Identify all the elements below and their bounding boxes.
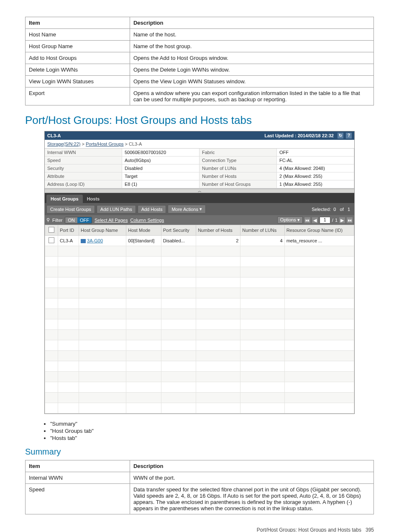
col-item: Item bbox=[26, 460, 130, 472]
info-value: OFF bbox=[277, 149, 354, 157]
page-prev-icon[interactable]: ◀ bbox=[312, 217, 318, 223]
breadcrumb-link[interactable]: Storage(S/N:22) bbox=[47, 141, 80, 146]
cell: Data transfer speed for the selected fib… bbox=[130, 484, 373, 514]
col-description: Description bbox=[130, 17, 373, 29]
col-num-luns[interactable]: Number of LUNs bbox=[240, 225, 284, 236]
tabs: Host Groups Hosts bbox=[45, 193, 354, 203]
cell: Host Name bbox=[26, 29, 130, 41]
select-all-checkbox[interactable] bbox=[49, 227, 54, 233]
table-row bbox=[45, 278, 354, 288]
host-groups-table: Port ID Host Group Name Host Mode Port S… bbox=[45, 225, 354, 414]
col-host-mode[interactable]: Host Mode bbox=[126, 225, 161, 236]
table-row bbox=[45, 393, 354, 403]
info-label: Number of Host Groups bbox=[200, 180, 277, 188]
cell-port-security: Disabled... bbox=[161, 236, 196, 246]
row-checkbox[interactable] bbox=[49, 237, 54, 243]
list-item: "Summary" bbox=[50, 421, 374, 427]
col-description: Description bbox=[130, 460, 373, 472]
cell-num-luns: 4 bbox=[240, 236, 284, 246]
tab-hosts[interactable]: Hosts bbox=[83, 195, 104, 203]
info-value: 50060E8007001620 bbox=[122, 149, 200, 157]
titlebar: CL3-A Last Updated : 2014/02/18 22:32 ↻ … bbox=[45, 131, 354, 140]
cell: Add to Host Groups bbox=[26, 52, 130, 64]
cell: Opens the View Login WWN Statuses window… bbox=[130, 76, 373, 87]
cell: Opens the Add to Host Groups window. bbox=[130, 52, 373, 64]
cell-resource-group: meta_resource ... bbox=[284, 236, 354, 246]
cell: View Login WWN Statuses bbox=[26, 76, 130, 87]
page-first-icon[interactable]: ⏮ bbox=[304, 217, 310, 223]
page-next-icon[interactable]: ▶ bbox=[339, 217, 345, 223]
refresh-icon[interactable]: ↻ bbox=[338, 133, 343, 139]
chevron-down-icon: ▾ bbox=[200, 206, 202, 212]
selected-count: 0 bbox=[333, 207, 336, 212]
filter-on[interactable]: ON bbox=[65, 217, 77, 223]
table-row[interactable]: CL3-A 3A-G00 00[Standard] Disabled... 2 … bbox=[45, 236, 354, 246]
cell: Export bbox=[26, 87, 130, 105]
info-label: Attribute bbox=[45, 172, 122, 180]
table-row bbox=[45, 319, 354, 330]
table-row bbox=[45, 309, 354, 319]
item-description-table-2: Item Description Internal WWNWWN of the … bbox=[25, 460, 374, 514]
info-label: Speed bbox=[45, 157, 122, 164]
table-row bbox=[45, 372, 354, 382]
create-host-groups-button[interactable]: Create Host Groups bbox=[46, 205, 95, 213]
col-num-hosts[interactable]: Number of Hosts bbox=[196, 225, 240, 236]
more-actions-label: More Actions bbox=[171, 207, 198, 212]
table-row bbox=[45, 246, 354, 257]
col-port-id[interactable]: Port ID bbox=[58, 225, 79, 236]
filter-toggle[interactable]: ON OFF bbox=[65, 217, 92, 224]
col-port-security[interactable]: Port Security bbox=[161, 225, 196, 236]
page-input[interactable] bbox=[320, 217, 330, 224]
host-group-link[interactable]: 3A-G00 bbox=[87, 238, 103, 243]
more-actions-button[interactable]: More Actions ▾ bbox=[168, 205, 206, 213]
help-icon[interactable]: ? bbox=[346, 133, 352, 139]
cell: Delete Login WWNs bbox=[26, 64, 130, 76]
info-value: E8 (1) bbox=[122, 180, 200, 188]
info-value: 2 (Max Allowed: 255) bbox=[277, 172, 354, 180]
footer-page: 395 bbox=[366, 527, 374, 532]
info-label: Internal WWN bbox=[45, 149, 122, 157]
cell: Internal WWN bbox=[26, 472, 130, 484]
cell: Host Group Name bbox=[26, 41, 130, 52]
cell: Opens a window where you can export conf… bbox=[130, 87, 373, 105]
table-row bbox=[45, 403, 354, 414]
selected-of: of bbox=[340, 207, 344, 212]
add-hosts-button[interactable]: Add Hosts bbox=[138, 205, 166, 213]
info-value: 4 (Max Allowed: 2048) bbox=[277, 164, 354, 172]
breadcrumb: Storage(S/N:22) > Ports/Host Groups > CL… bbox=[45, 140, 354, 149]
tab-host-groups[interactable]: Host Groups bbox=[46, 195, 83, 203]
info-label: Number of LUNs bbox=[200, 164, 277, 172]
cell-host-group-name[interactable]: 3A-G00 bbox=[79, 236, 126, 246]
page-last-icon[interactable]: ⏭ bbox=[347, 217, 353, 223]
last-updated: Last Updated : 2014/02/18 22:32 bbox=[264, 133, 334, 138]
heading-summary: Summary bbox=[25, 447, 374, 457]
list-item: "Host Groups tab" bbox=[50, 428, 374, 434]
breadcrumb-current: CL3-A bbox=[129, 141, 142, 146]
page-footer: Port/Host Groups: Host Groups and Hosts … bbox=[25, 527, 374, 532]
filter-off[interactable]: OFF bbox=[77, 217, 92, 223]
cell-host-mode: 00[Standard] bbox=[126, 236, 161, 246]
options-button[interactable]: Options ▾ bbox=[277, 216, 303, 224]
toolbar: Create Host Groups Add LUN Paths Add Hos… bbox=[45, 203, 354, 215]
add-lun-paths-button[interactable]: Add LUN Paths bbox=[97, 205, 136, 213]
column-settings-button[interactable]: Column Settings bbox=[130, 218, 164, 223]
col-host-group-name[interactable]: Host Group Name bbox=[79, 225, 126, 236]
page-total: 1 bbox=[335, 218, 338, 223]
section-links-list: "Summary" "Host Groups tab" "Hosts tab" bbox=[33, 421, 374, 441]
item-description-table-1: Item Description Host NameName of the ho… bbox=[25, 17, 374, 105]
info-value: 1 (Max Allowed: 255) bbox=[277, 180, 354, 188]
breadcrumb-link[interactable]: Ports/Host Groups bbox=[86, 141, 123, 146]
collapse-handle-icon[interactable]: ︿ bbox=[45, 189, 354, 193]
table-row bbox=[45, 267, 354, 278]
cell: Name of the host group. bbox=[130, 41, 373, 52]
cell: Speed bbox=[26, 484, 130, 514]
table-row bbox=[45, 340, 354, 351]
col-resource-group[interactable]: Resource Group Name (ID) bbox=[284, 225, 354, 236]
table-row bbox=[45, 257, 354, 267]
select-all-pages-button[interactable]: Select All Pages bbox=[95, 218, 128, 223]
info-grid: Internal WWN 50060E8007001620 Fabric OFF… bbox=[45, 149, 354, 189]
selected-info: Selected: 0 of 1 bbox=[312, 207, 353, 212]
selected-label: Selected: bbox=[312, 207, 331, 212]
info-value: Auto(8Gbps) bbox=[122, 157, 200, 164]
filterbar: ⚲ Filter ON OFF Select All Pages Column … bbox=[45, 215, 354, 225]
